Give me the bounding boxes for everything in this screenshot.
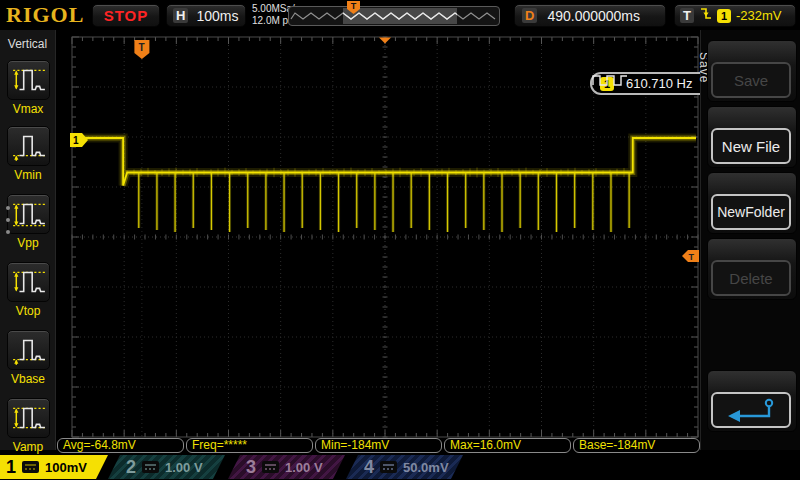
freq-value: 610.710 Hz [626,76,693,91]
measure-vmin-label: Vmin [0,168,56,182]
menu-back-button[interactable] [711,392,791,428]
run-state-label: STOP [104,7,149,24]
new-file-button-label: New File [722,138,780,155]
channel-3-number: 3 [246,457,256,478]
channel-1-status[interactable]: 1 100mV [0,455,112,479]
trigger-level-marker[interactable]: T [682,250,699,262]
measure-vpp-button[interactable] [7,194,50,234]
trigger-position-flag[interactable]: T [134,40,149,59]
menu-page-dot [6,218,10,222]
vbase-icon [11,334,47,366]
measure-vbase-button[interactable] [7,330,50,370]
menu-page-dot [6,206,10,210]
channel-status-bar: 1 100mV 2 1.00 V 3 1.00 V 4 50.0mV [0,455,800,480]
delete-button-label: Delete [729,270,772,287]
channel-3-status[interactable]: 3 1.00 V [228,455,348,479]
vamp-icon [11,402,47,434]
channel-4-status[interactable]: 4 50.0mV [346,455,466,479]
measure-vtop-label: Vtop [0,304,56,318]
menu-page-dot [6,230,10,234]
measurement-freq: Freq=***** [186,438,313,453]
measure-vtop-button[interactable] [7,262,50,302]
trigger-label: T [680,8,694,23]
dc-coupling-icon [142,461,159,473]
measurement-avg: Avg=-64.8mV [57,438,184,453]
measure-vamp-label: Vamp [0,440,56,454]
run-state-button[interactable]: STOP [92,4,160,27]
measurement-readouts: Avg=-64.8mV Freq=***** Min=-184mV Max=16… [57,438,700,453]
measure-vmax-label: Vmax [0,102,56,116]
delay-box[interactable]: D 490.000000ms [514,4,666,27]
delay-value: 490.000000ms [547,8,640,24]
channel-1-number: 1 [6,457,16,478]
new-folder-button-label: NewFolder [717,204,785,220]
horizontal-timebase-box[interactable]: H 100ms [166,4,246,27]
channel-3-scale: 1.00 V [285,460,323,475]
measurement-base: Base=-184mV [573,438,700,453]
new-file-button[interactable]: New File [711,128,791,164]
measure-category-title: Vertical [0,37,55,51]
dc-coupling-icon [262,461,279,473]
vtop-icon [11,266,47,298]
measurement-max: Max=16.0mV [444,438,571,453]
measure-vbase-label: Vbase [0,372,56,386]
falling-edge-icon [699,6,712,25]
channel-1-scale: 100mV [45,460,87,475]
timebase-value: 100ms [196,8,238,24]
save-button-label: Save [734,72,768,89]
svg-text:T: T [138,42,144,53]
return-arrow-icon [723,396,779,424]
waveform-display[interactable]: 1 T T 1 610.710 Hz [56,30,700,450]
svg-text:1: 1 [73,135,79,146]
measure-sidebar: Vertical Vmax Vmin [0,30,56,450]
vmin-icon [11,130,47,162]
channel-4-scale: 50.0mV [403,460,449,475]
vpp-icon [11,198,47,230]
measure-vmin-button[interactable] [7,126,50,166]
center-marker-icon [379,38,391,44]
overview-waveform [289,7,499,25]
trigger-status-box[interactable]: T 1 -232mV [674,4,796,27]
channel-2-scale: 1.00 V [165,460,203,475]
measure-vpp-label: Vpp [0,236,56,250]
trigger-level-value: -232mV [736,8,782,23]
save-button[interactable]: Save [711,62,791,98]
trigger-source-badge: 1 [717,9,731,23]
delete-button[interactable]: Delete [711,260,791,296]
horizontal-label: H [173,8,188,23]
svg-text:T: T [689,252,695,262]
measure-vmax-button[interactable] [7,60,50,100]
vmax-icon [11,64,47,96]
measurement-min: Min=-184mV [315,438,442,453]
dc-coupling-icon [380,461,397,473]
measure-vamp-button[interactable] [7,398,50,438]
dc-coupling-icon [22,461,39,473]
save-menu: Save Save New File NewFolder Delete [700,30,800,450]
new-folder-button[interactable]: NewFolder [711,194,791,230]
rigol-logo: RIGOL [6,2,84,28]
channel-2-number: 2 [126,457,136,478]
delay-label: D [522,8,537,23]
waveform-overview-bar[interactable] [288,6,500,26]
channel-4-number: 4 [364,457,374,478]
channel-2-status[interactable]: 2 1.00 V [108,455,228,479]
oscilloscope-screen: RIGOL STOP H 100ms 5.00MSa/s 12.0M pts T… [0,0,800,480]
